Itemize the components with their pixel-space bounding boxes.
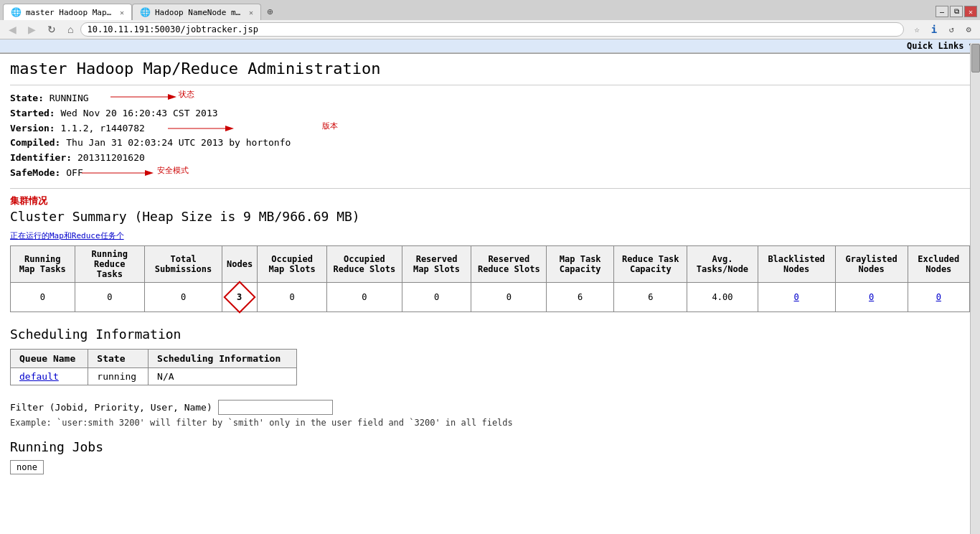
svg-marker-1 xyxy=(168,94,176,100)
tab-close-1[interactable]: ✕ xyxy=(249,9,253,17)
col-res-map: Reserved Map Slots xyxy=(402,245,471,282)
scheduling-title: Scheduling Information xyxy=(10,327,970,342)
svg-marker-3 xyxy=(225,126,234,131)
scrollbar-thumb[interactable] xyxy=(971,44,980,72)
divider-1 xyxy=(10,85,970,85)
tab-jobtracker-label: master Hadoop Map/Redu... xyxy=(26,8,113,17)
back-button[interactable]: ◀ xyxy=(4,22,21,37)
col-res-reduce: Reserved Reduce Slots xyxy=(471,245,547,282)
quick-links-label[interactable]: Quick Links xyxy=(907,41,963,51)
filter-input[interactable] xyxy=(218,400,333,415)
sched-table: Queue Name State Scheduling Information … xyxy=(10,349,297,385)
filter-label: Filter (Jobid, Priority, User, Name) xyxy=(10,402,212,413)
cell-total-submissions: 0 xyxy=(145,282,222,312)
sched-row: default running N/A xyxy=(11,367,297,385)
col-occ-reduce: Occupied Reduce Slots xyxy=(327,245,402,282)
state-annotation-text: 状态 xyxy=(179,88,194,101)
sched-col-state: State xyxy=(88,349,149,367)
tab-bar: 🌐 master Hadoop Map/Redu... ✕ 🌐 Hadoop N… xyxy=(0,0,980,20)
sched-col-queue: Queue Name xyxy=(11,349,88,367)
filter-section: Filter (Jobid, Priority, User, Name) Exa… xyxy=(10,400,970,428)
running-jobs-link[interactable]: 正在运行的Map和Reduce任务个 xyxy=(10,231,124,240)
col-reduce-cap: Reduce Task Capacity xyxy=(614,245,687,282)
identifier-value: 201311201620 xyxy=(77,152,145,163)
cell-res-map: 0 xyxy=(402,282,471,312)
page-content: master Hadoop Map/Reduce Administration … xyxy=(0,54,980,480)
cell-graylisted: 0 xyxy=(835,282,908,312)
col-occ-map: Occupied Map Slots xyxy=(258,245,327,282)
reload-button[interactable]: ↻ xyxy=(43,22,60,37)
tab-namenode-label: Hadoop NameNode master xyxy=(155,8,242,17)
tab-close-0[interactable]: ✕ xyxy=(120,9,124,17)
cell-excluded: 0 xyxy=(908,282,969,312)
cell-running-map: 0 xyxy=(11,282,75,312)
excluded-link[interactable]: 0 xyxy=(936,292,941,302)
version-line: Version: 1.1.2, r1440782 版本 xyxy=(10,121,970,136)
cell-nodes: 3 xyxy=(222,282,258,312)
close-button[interactable]: ✕ xyxy=(964,6,977,17)
minimize-button[interactable]: — xyxy=(936,6,948,17)
safemode-annotation-text: 安全模式 xyxy=(157,164,189,177)
cluster-title: Cluster Summary (Heap Size is 9 MB/966.6… xyxy=(10,209,970,224)
new-tab-button[interactable]: ⊕ xyxy=(261,3,278,20)
col-blacklisted: Blacklisted Nodes xyxy=(758,245,835,282)
sched-queue-name: default xyxy=(11,367,88,385)
cluster-section: 集群情况 Cluster Summary (Heap Size is 9 MB/… xyxy=(10,195,970,312)
compiled-line: Compiled: Thu Jan 31 02:03:24 UTC 2013 b… xyxy=(10,136,970,151)
restore-button[interactable]: ⧉ xyxy=(950,6,963,17)
cell-occ-map: 0 xyxy=(258,282,327,312)
started-label: Started: xyxy=(10,108,55,118)
safemode-value: OFF xyxy=(66,167,83,178)
queue-link[interactable]: default xyxy=(19,371,59,382)
home-button[interactable]: ⌂ xyxy=(63,22,77,37)
identifier-line: Identifier: 201311201620 xyxy=(10,151,970,166)
safemode-line: SafeMode: OFF 安全模式 xyxy=(10,166,970,181)
started-value: Wed Nov 20 16:20:43 CST 2013 xyxy=(60,108,217,118)
none-box: none xyxy=(10,460,44,474)
cell-occ-reduce: 0 xyxy=(327,282,402,312)
cell-map-cap: 6 xyxy=(547,282,614,312)
col-total-submissions: Total Submissions xyxy=(145,245,222,282)
svg-marker-5 xyxy=(145,170,154,176)
scheduling-section: Scheduling Information Queue Name State … xyxy=(10,327,970,385)
divider-2 xyxy=(10,188,970,189)
address-bar[interactable] xyxy=(80,22,904,37)
version-annotation-text: 版本 xyxy=(322,120,338,133)
nav-bar: ◀ ▶ ↻ ⌂ ☆ i ↺ ⚙ xyxy=(0,20,980,39)
sched-col-info: Scheduling Information xyxy=(149,349,297,367)
identifier-label: Identifier: xyxy=(10,152,72,163)
cluster-section-label: 集群情况 xyxy=(10,195,970,207)
cell-running-reduce: 0 xyxy=(75,282,144,312)
running-jobs-title: Running Jobs xyxy=(10,439,970,454)
cell-avg-tasks: 4.00 xyxy=(687,282,758,312)
version-annotation-svg xyxy=(168,121,254,136)
col-excluded: Excluded Nodes xyxy=(908,245,969,282)
state-label: State: xyxy=(10,93,44,103)
compiled-label: Compiled: xyxy=(10,137,60,148)
browser-chrome: 🌐 master Hadoop Map/Redu... ✕ 🌐 Hadoop N… xyxy=(0,0,980,54)
tab-namenode[interactable]: 🌐 Hadoop NameNode master ✕ xyxy=(132,4,261,20)
state-line: State: RUNNING 状态 xyxy=(10,91,970,106)
graylisted-link[interactable]: 0 xyxy=(869,292,874,302)
forward-button[interactable]: ▶ xyxy=(24,22,40,37)
quick-links-bar: Quick Links ▼ xyxy=(0,39,980,53)
cluster-table: Running Map Tasks Running Reduce Tasks T… xyxy=(10,245,970,312)
tools-icon[interactable]: ⚙ xyxy=(961,22,976,37)
cell-blacklisted: 0 xyxy=(758,282,835,312)
filter-example: Example: `user:smith 3200' will filter b… xyxy=(10,418,970,428)
info-block: State: RUNNING 状态 Started: Wed Nov 20 16… xyxy=(10,91,970,181)
nodes-value: 3 xyxy=(237,292,242,302)
cell-reduce-cap: 6 xyxy=(614,282,687,312)
page-title: master Hadoop Map/Reduce Administration xyxy=(10,60,970,78)
tab-jobtracker[interactable]: 🌐 master Hadoop Map/Redu... ✕ xyxy=(3,4,132,20)
started-line: Started: Wed Nov 20 16:20:43 CST 2013 xyxy=(10,106,970,121)
version-value: 1.1.2, r1440782 xyxy=(60,123,144,134)
refresh-icon[interactable]: ↺ xyxy=(944,22,958,37)
blacklisted-link[interactable]: 0 xyxy=(794,292,799,302)
scrollbar[interactable] xyxy=(970,43,980,480)
col-graylisted: Graylisted Nodes xyxy=(835,245,908,282)
safemode-label: SafeMode: xyxy=(10,167,60,178)
ie-icon: i xyxy=(927,22,941,37)
bookmark-icon[interactable]: ☆ xyxy=(910,22,924,37)
col-map-cap: Map Task Capacity xyxy=(547,245,614,282)
